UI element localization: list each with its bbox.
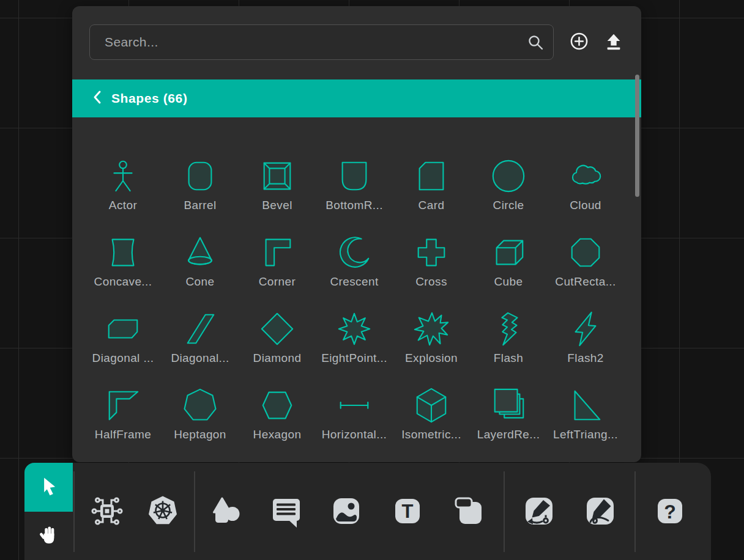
shape-item-flash[interactable]: Flash — [470, 291, 547, 367]
shape-item-eight-point-star[interactable]: EightPoint... — [316, 291, 393, 367]
toolbar-separator — [504, 471, 505, 552]
search-icon — [527, 34, 544, 53]
shape-item-label: Heptagon — [174, 428, 226, 441]
toolbar-separator — [73, 471, 75, 552]
note-tool-button[interactable] — [452, 495, 486, 529]
shape-item-horizontal-line[interactable]: Horizontal... — [316, 367, 393, 444]
diagonal-stripe-shape-icon — [181, 310, 219, 348]
diamond-shape-icon — [258, 310, 296, 348]
left-triangle-shape-icon — [567, 386, 604, 424]
shape-item-diamond[interactable]: Diamond — [239, 291, 316, 367]
text-icon: T — [390, 494, 425, 530]
shape-item-label: Card — [418, 199, 445, 212]
cut-rectangle-shape-icon — [567, 234, 604, 271]
shapes-icon — [209, 494, 244, 530]
shape-item-concave-rectangle[interactable]: Concave... — [84, 215, 162, 291]
shapes-tool-button[interactable] — [209, 495, 244, 529]
search-row — [72, 6, 641, 60]
flash2-shape-icon — [567, 310, 604, 348]
shape-item-circle[interactable]: Circle — [470, 138, 547, 215]
add-circle-button[interactable] — [570, 32, 589, 53]
circuit-chip-icon — [90, 494, 124, 530]
shape-item-label: Diamond — [253, 352, 302, 365]
shape-item-label: LeftTriang... — [553, 428, 618, 441]
bottom-toolbar: T — [24, 463, 711, 560]
shape-item-bottom-round-rectangle[interactable]: BottomR... — [316, 138, 393, 215]
explosion-shape-icon — [412, 310, 450, 348]
shape-item-crescent[interactable]: Crescent — [316, 215, 393, 291]
shape-item-isometric-cube[interactable]: Isometric... — [393, 367, 470, 444]
components-tool-button[interactable] — [90, 495, 124, 529]
eight-point-star-shape-icon — [335, 310, 373, 348]
shape-item-card[interactable]: Card — [393, 138, 470, 215]
shape-item-cloud[interactable]: Cloud — [547, 138, 624, 215]
kubernetes-tool-button[interactable] — [146, 495, 180, 529]
add-circle-icon — [570, 32, 589, 53]
corner-shape-icon — [258, 234, 296, 271]
note-icon — [452, 494, 486, 530]
pan-tool-button[interactable] — [24, 512, 73, 560]
barrel-shape-icon — [181, 157, 219, 195]
hand-icon — [38, 524, 60, 548]
shape-item-flash2[interactable]: Flash2 — [547, 291, 624, 367]
shape-item-left-triangle[interactable]: LeftTriang... — [547, 367, 624, 444]
text-tool-button[interactable]: T — [390, 495, 425, 529]
bottom-round-rectangle-shape-icon — [335, 157, 373, 195]
shape-item-bevel[interactable]: Bevel — [239, 138, 316, 215]
search-input[interactable] — [89, 24, 554, 60]
shape-item-label: Barrel — [184, 199, 216, 212]
shape-item-layered-rectangle[interactable]: LayerdRe... — [470, 367, 547, 444]
shape-item-label: Concave... — [94, 275, 152, 289]
shape-item-label: Bevel — [262, 199, 292, 212]
shape-item-cut-rectangle[interactable]: CutRecta... — [547, 215, 624, 291]
shapes-scrollbar-thumb[interactable] — [635, 75, 639, 197]
image-tool-button[interactable] — [329, 495, 363, 529]
shape-item-label: Crescent — [330, 275, 378, 289]
canvas-workspace[interactable]: Shapes (66) ActorBarrelBevelBottomR...Ca… — [0, 0, 744, 560]
shape-item-corner[interactable]: Corner — [239, 215, 316, 291]
image-icon — [329, 494, 363, 530]
bevel-shape-icon — [258, 157, 296, 195]
upload-button[interactable] — [604, 32, 623, 53]
shape-item-cross[interactable]: Cross — [393, 215, 470, 291]
shape-item-label: Diagonal ... — [92, 352, 154, 365]
svg-text:T: T — [402, 501, 414, 522]
upload-icon — [604, 32, 623, 53]
crescent-shape-icon — [335, 234, 373, 271]
shape-item-hexagon[interactable]: Hexagon — [239, 367, 316, 444]
edge-pen-tool-button[interactable] — [522, 495, 556, 529]
kubernetes-wheel-icon — [146, 494, 180, 530]
select-tool-button[interactable] — [24, 463, 73, 512]
shape-item-label: Cube — [494, 275, 523, 289]
shapes-panel: Shapes (66) ActorBarrelBevelBottomR...Ca… — [72, 6, 641, 462]
shape-item-diagonal-stripe[interactable]: Diagonal... — [162, 291, 239, 367]
shape-item-actor[interactable]: Actor — [84, 138, 162, 215]
comment-tool-button[interactable] — [268, 495, 302, 529]
cone-shape-icon — [181, 234, 219, 271]
shape-item-explosion[interactable]: Explosion — [393, 291, 470, 367]
horizontal-line-shape-icon — [335, 386, 373, 424]
shape-item-diagonal-rectangle[interactable]: Diagonal ... — [84, 291, 162, 367]
shape-item-label: Horizontal... — [322, 428, 387, 441]
category-header[interactable]: Shapes (66) — [72, 79, 641, 117]
shape-item-half-frame[interactable]: HalfFrame — [84, 367, 162, 444]
shape-item-barrel[interactable]: Barrel — [162, 138, 239, 215]
shape-item-cube[interactable]: Cube — [470, 215, 547, 291]
cloud-shape-icon — [567, 157, 604, 195]
help-tool-button[interactable]: ? — [653, 495, 687, 529]
shape-item-label: Circle — [493, 199, 524, 212]
shape-item-heptagon[interactable]: Heptagon — [162, 367, 239, 444]
shape-item-label: Isometric... — [401, 428, 461, 441]
chevron-left-icon — [92, 90, 102, 107]
layered-rectangle-shape-icon — [489, 386, 527, 424]
half-frame-shape-icon — [104, 386, 142, 424]
shape-item-cone[interactable]: Cone — [162, 215, 239, 291]
toolbar-separator — [194, 471, 195, 552]
freehand-draw-tool-button[interactable] — [583, 495, 617, 529]
diagonal-rectangle-shape-icon — [104, 310, 142, 348]
cube-shape-icon — [489, 234, 527, 271]
shape-item-label: Flash — [494, 352, 523, 365]
shape-item-label: Explosion — [405, 352, 458, 365]
shape-item-label: LayerdRe... — [477, 428, 540, 441]
svg-text:?: ? — [664, 501, 676, 523]
